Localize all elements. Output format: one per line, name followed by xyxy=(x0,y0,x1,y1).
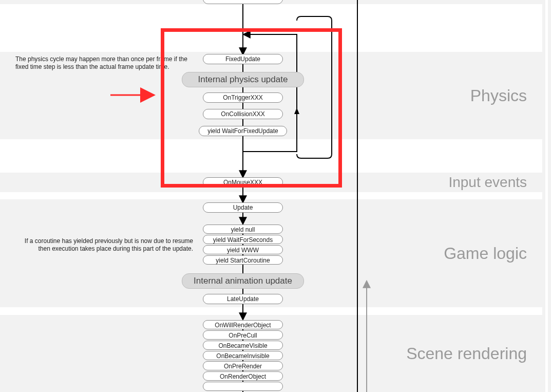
node-on-will-render: OnWillRenderObject xyxy=(203,320,283,329)
node-top-partial xyxy=(203,0,283,4)
node-on-became-invisible: OnBecameInvisible xyxy=(203,351,283,360)
section-label-scene: Scene rendering xyxy=(406,344,527,363)
node-on-became-visible: OnBecameVisible xyxy=(203,341,283,350)
node-internal-anim: Internal animation update xyxy=(182,273,304,289)
node-late-update: LateUpdate xyxy=(203,294,283,304)
caption-coroutine: If a coroutine has yielded previously bu… xyxy=(18,237,193,253)
node-scene-more xyxy=(203,382,283,391)
node-on-trigger: OnTriggerXXX xyxy=(203,92,283,103)
right-vband-1 xyxy=(542,0,545,392)
node-on-precull: OnPreCull xyxy=(203,330,283,340)
node-on-prerender: OnPreRender xyxy=(203,361,283,370)
caption-physics: The physics cycle may happen more than o… xyxy=(15,55,193,71)
node-yield-www: yield WWW xyxy=(203,245,283,254)
node-yield-sc: yield StartCoroutine xyxy=(203,255,283,265)
node-yield-null: yield null xyxy=(203,225,283,234)
node-internal-physics: Internal physics update xyxy=(182,72,304,87)
node-on-mouse: OnMouseXXX xyxy=(203,177,283,188)
right-vband-2 xyxy=(548,0,551,392)
node-fixed-update: FixedUpdate xyxy=(203,54,283,64)
node-on-render-object: OnRenderObject xyxy=(203,371,283,381)
section-label-input: Input events xyxy=(448,174,527,191)
section-label-physics: Physics xyxy=(470,86,527,105)
node-yield-wfs: yield WaitForSeconds xyxy=(203,235,283,244)
section-label-game: Game logic xyxy=(444,244,527,263)
node-on-collision: OnCollisionXXX xyxy=(203,109,283,119)
node-yield-wait-fixed: yield WaitForFixedUpdate xyxy=(199,126,287,136)
node-update: Update xyxy=(203,202,283,213)
